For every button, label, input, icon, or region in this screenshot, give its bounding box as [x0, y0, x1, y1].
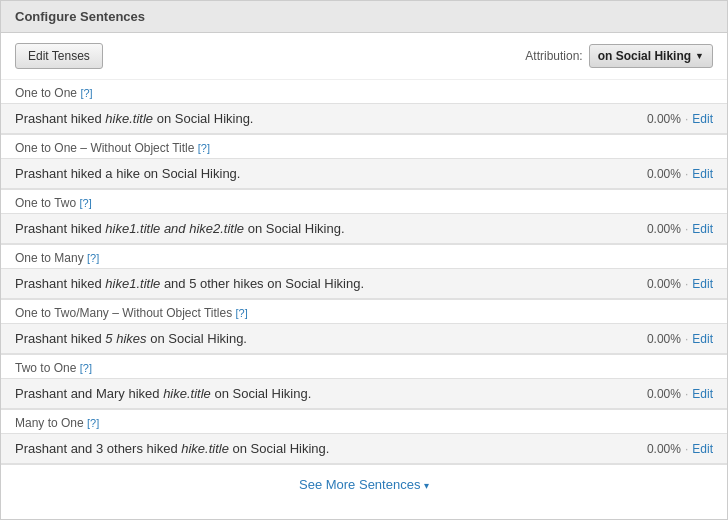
attribution-area: Attribution: on Social Hiking ▼ [525, 44, 713, 68]
sentence-group-label: One to One – Without Object Title [?] [1, 135, 727, 158]
sentence-text: Prashant hiked hike.title on Social Hiki… [15, 111, 254, 126]
sentence-text: Prashant hiked 5 hikes on Social Hiking. [15, 331, 247, 346]
sentence-group: One to One [?]Prashant hiked hike.title … [1, 80, 727, 135]
sentence-meta: 0.00% · Edit [647, 387, 713, 401]
sentence-text: Prashant and Mary hiked hike.title on So… [15, 386, 311, 401]
sentence-group-label: Many to One [?] [1, 410, 727, 433]
sentence-group-label: One to One [?] [1, 80, 727, 103]
edit-tenses-button[interactable]: Edit Tenses [15, 43, 103, 69]
attribution-label: Attribution: [525, 49, 582, 63]
panel-header: Configure Sentences [1, 1, 727, 33]
sentence-row: Prashant hiked a hike on Social Hiking.0… [1, 158, 727, 189]
chevron-down-icon: ▼ [695, 51, 704, 61]
sentence-percent: 0.00% [647, 332, 681, 346]
sentence-edit-link[interactable]: Edit [692, 332, 713, 346]
sentence-edit-link[interactable]: Edit [692, 167, 713, 181]
sentence-groups: One to One [?]Prashant hiked hike.title … [1, 80, 727, 465]
help-icon[interactable]: [?] [87, 417, 99, 429]
sentence-meta: 0.00% · Edit [647, 442, 713, 456]
sentence-row: Prashant hiked hike1.title and hike2.tit… [1, 213, 727, 244]
sentence-percent: 0.00% [647, 387, 681, 401]
sentence-group: Two to One [?]Prashant and Mary hiked hi… [1, 355, 727, 410]
dot-separator: · [685, 167, 688, 181]
sentence-text: Prashant hiked hike1.title and 5 other h… [15, 276, 364, 291]
sentence-group-label: Two to One [?] [1, 355, 727, 378]
help-icon[interactable]: [?] [80, 362, 92, 374]
sentence-group: One to One – Without Object Title [?]Pra… [1, 135, 727, 190]
dot-separator: · [685, 222, 688, 236]
chevron-down-icon: ▾ [424, 480, 429, 491]
see-more-section: See More Sentences ▾ [1, 465, 727, 504]
dot-separator: · [685, 112, 688, 126]
sentence-meta: 0.00% · Edit [647, 112, 713, 126]
help-icon[interactable]: [?] [198, 142, 210, 154]
help-icon[interactable]: [?] [236, 307, 248, 319]
sentence-meta: 0.00% · Edit [647, 167, 713, 181]
sentence-edit-link[interactable]: Edit [692, 112, 713, 126]
sentence-text: Prashant and 3 others hiked hike.title o… [15, 441, 329, 456]
help-icon[interactable]: [?] [79, 197, 91, 209]
see-more-label: See More Sentences [299, 477, 420, 492]
attribution-dropdown[interactable]: on Social Hiking ▼ [589, 44, 713, 68]
sentence-group: One to Two [?]Prashant hiked hike1.title… [1, 190, 727, 245]
sentence-meta: 0.00% · Edit [647, 332, 713, 346]
sentence-row: Prashant hiked hike.title on Social Hiki… [1, 103, 727, 134]
dot-separator: · [685, 387, 688, 401]
sentence-group: One to Two/Many – Without Object Titles … [1, 300, 727, 355]
sentence-group-label: One to Two [?] [1, 190, 727, 213]
sentence-row: Prashant and Mary hiked hike.title on So… [1, 378, 727, 409]
sentence-meta: 0.00% · Edit [647, 222, 713, 236]
sentence-edit-link[interactable]: Edit [692, 387, 713, 401]
dot-separator: · [685, 442, 688, 456]
sentence-percent: 0.00% [647, 277, 681, 291]
sentence-meta: 0.00% · Edit [647, 277, 713, 291]
sentence-text: Prashant hiked a hike on Social Hiking. [15, 166, 240, 181]
sentence-percent: 0.00% [647, 112, 681, 126]
panel-title: Configure Sentences [15, 9, 145, 24]
see-more-link[interactable]: See More Sentences ▾ [299, 477, 429, 492]
sentence-edit-link[interactable]: Edit [692, 442, 713, 456]
sentence-row: Prashant and 3 others hiked hike.title o… [1, 433, 727, 464]
help-icon[interactable]: [?] [87, 252, 99, 264]
sentence-text: Prashant hiked hike1.title and hike2.tit… [15, 221, 345, 236]
sentence-edit-link[interactable]: Edit [692, 277, 713, 291]
sentence-group: One to Many [?]Prashant hiked hike1.titl… [1, 245, 727, 300]
sentence-percent: 0.00% [647, 442, 681, 456]
sentence-edit-link[interactable]: Edit [692, 222, 713, 236]
sentence-group-label: One to Many [?] [1, 245, 727, 268]
attribution-value: on Social Hiking [598, 49, 691, 63]
toolbar: Edit Tenses Attribution: on Social Hikin… [1, 33, 727, 80]
sentence-row: Prashant hiked 5 hikes on Social Hiking.… [1, 323, 727, 354]
sentence-row: Prashant hiked hike1.title and 5 other h… [1, 268, 727, 299]
sentence-percent: 0.00% [647, 167, 681, 181]
sentence-percent: 0.00% [647, 222, 681, 236]
help-icon[interactable]: [?] [80, 87, 92, 99]
dot-separator: · [685, 332, 688, 346]
sentence-group-label: One to Two/Many – Without Object Titles … [1, 300, 727, 323]
configure-sentences-panel: Configure Sentences Edit Tenses Attribut… [0, 0, 728, 520]
sentence-group: Many to One [?]Prashant and 3 others hik… [1, 410, 727, 465]
dot-separator: · [685, 277, 688, 291]
